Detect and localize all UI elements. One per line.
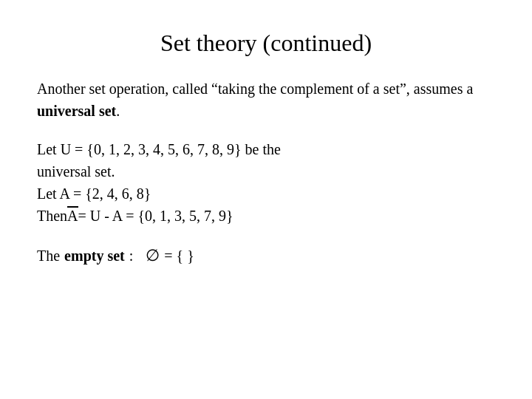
empty-set-section: The empty set: ∅ = { } xyxy=(37,243,495,267)
intro-bold: universal set xyxy=(37,103,116,119)
empty-set-colon: : xyxy=(129,245,134,267)
intro-end: . xyxy=(116,103,120,119)
universal-set-line1: Let U = {0, 1, 2, 3, 4, 5, 6, 7, 8, 9} b… xyxy=(37,138,495,160)
empty-set-pre: The xyxy=(37,245,60,267)
then-label: Then xyxy=(37,205,67,227)
complement-result: = U - A = {0, 1, 3, 5, 7, 9} xyxy=(78,205,233,227)
slide-container: Set theory (continued) Another set opera… xyxy=(0,0,532,399)
empty-set-symbol: ∅ xyxy=(146,243,160,267)
set-a-line: Let A = {2, 4, 6, 8} xyxy=(37,183,495,205)
set-definition-section: Let U = {0, 1, 2, 3, 4, 5, 6, 7, 8, 9} b… xyxy=(37,138,495,227)
universal-set-line1b: universal set. xyxy=(37,160,495,183)
intro-text: Another set operation, called “taking th… xyxy=(37,81,473,97)
complement-line: Then A = U - A = {0, 1, 3, 5, 7, 9} xyxy=(37,205,495,227)
overline-A: A xyxy=(67,205,78,227)
intro-section: Another set operation, called “taking th… xyxy=(37,78,495,122)
empty-set-bold: empty set xyxy=(64,245,125,267)
slide-title: Set theory (continued) xyxy=(37,30,495,57)
empty-set-equals: = { } xyxy=(164,245,194,267)
